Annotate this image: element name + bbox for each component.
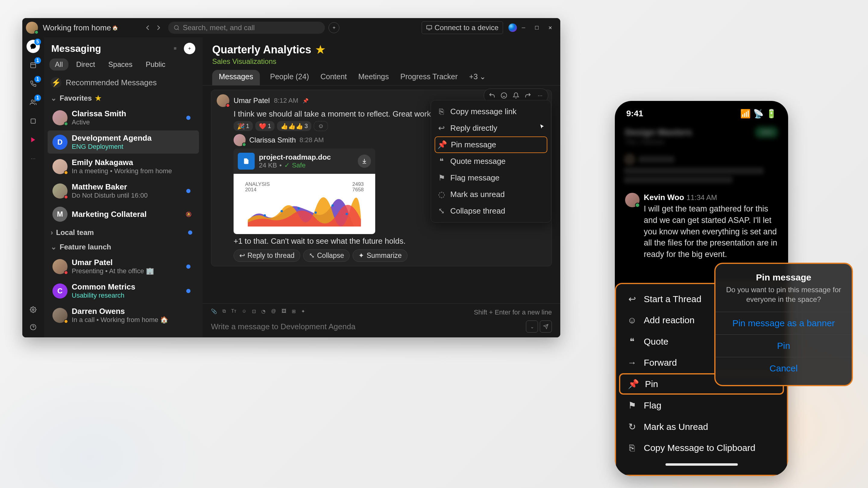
expand-button[interactable]: ⌄ [526,321,538,332]
flag-icon: ⚑ [438,173,445,183]
msg-author[interactable]: Umar Patel [234,96,270,105]
reply-icon[interactable] [487,90,497,101]
mention-icon[interactable]: @ [271,308,276,316]
connect-device-button[interactable]: Connect to a device [422,22,503,34]
emoji-icon[interactable]: ☺ [242,308,247,316]
add-reaction[interactable]: ☺ [314,121,328,131]
mobile-message[interactable]: Kevin Woo11:34 AM I will get the team ga… [615,189,788,264]
quote-icon: ❝ [627,336,637,347]
browser-icon[interactable] [508,24,517,32]
ctx-pin[interactable]: 📌Pin message [435,136,547,153]
tab-people[interactable]: People (24) [269,70,310,85]
react-icon[interactable] [498,90,509,101]
attach-icon[interactable]: 📎 [211,308,217,316]
m-act-copy[interactable]: ⎘Copy Message to Clipboard [616,437,787,458]
m-act-unread[interactable]: ↻Mark as Unread [616,416,787,437]
tab-content[interactable]: Content [319,70,348,85]
filter-all[interactable]: All [50,59,68,70]
rail-more[interactable]: ⋯ [27,152,40,165]
panel-banner-button[interactable]: Pin message as a banner [723,312,844,334]
space-title: Quarterly Analytics★ [212,43,551,56]
format-icon[interactable]: Tт [231,308,236,316]
filter-spaces[interactable]: Spaces [103,59,138,70]
rail-calendar[interactable]: 1 [27,59,40,72]
reaction[interactable]: 🎉 1 [234,121,253,131]
apps-icon[interactable]: ⊞ [292,308,296,316]
capture-icon[interactable]: ⧉ [222,308,226,316]
nav-forward-button[interactable] [153,22,164,33]
ctx-reply[interactable]: ↩Reply directly [431,120,551,136]
recommended-row[interactable]: ⚡ Recommended Messages [44,74,203,91]
rail-clips[interactable] [27,115,40,128]
composer-hint: Shift + Enter for a new line [474,308,552,316]
feature-section[interactable]: ⌄Feature launch [44,240,203,254]
star-icon[interactable]: ★ [315,43,325,56]
rail-settings[interactable] [27,303,40,316]
panel-pin-button[interactable]: Pin [723,335,844,357]
gif-icon[interactable]: ⊡ [252,308,256,316]
ctx-quote[interactable]: ❝Quote message [431,153,551,170]
cast-icon [426,24,432,31]
nav-back-button[interactable] [142,22,153,33]
composer-input[interactable]: Write a message to Development Agenda [211,322,355,331]
tab-messages[interactable]: Messages [212,70,260,85]
rail-teams[interactable]: 1 [27,96,40,109]
contact-dev-agenda[interactable]: D Development AgendaENG Deployment [48,130,199,154]
m-act-flag[interactable]: ⚑Flag [616,395,787,416]
svg-point-11 [315,211,317,214]
ctx-flag[interactable]: ⚑Flag message [431,170,551,186]
panel-cancel-button[interactable]: Cancel [723,357,844,380]
self-status[interactable]: Working from home [43,23,111,33]
bolt-icon: ⚡ [51,77,61,88]
contact-emily[interactable]: Emily NakagawaIn a meeting • Working fro… [48,155,199,178]
contact-matthew[interactable]: Matthew BakerDo Not Disturb until 16:00 [48,179,199,202]
ctx-unread[interactable]: ◌Mark as unread [431,186,551,203]
ctx-copy-link[interactable]: ⎘Copy message link [431,103,551,120]
filter-button[interactable]: ≡ [169,43,181,54]
new-message-button[interactable]: + [184,43,195,54]
rail-calls[interactable]: 1 [27,77,40,90]
search-placeholder: Search, meet, and call [183,24,255,32]
contact-darren[interactable]: Darren OwensIn a call • Working from hom… [48,304,199,327]
tab-progress[interactable]: Progress Tracker [399,70,459,85]
file-attachment[interactable]: project-roadmap.doc 24 KB•✓ Safe ANALYSI… [234,149,375,234]
svg-point-5 [32,309,34,311]
tab-meetings[interactable]: Meetings [357,70,390,85]
contact-common[interactable]: C Common MetricsUsability research [48,279,199,302]
contact-clarissa[interactable]: Clarissa SmithActive [48,106,199,129]
self-avatar[interactable] [26,22,38,34]
local-section[interactable]: ›Local team [44,225,203,240]
maximize-button[interactable]: ☐ [530,21,544,34]
tab-more[interactable]: +3⌄ [468,70,487,85]
filter-direct[interactable]: Direct [71,59,101,70]
messages-area: ⋯ ⎘Copy message link ↩Reply directly 📌Pi… [203,86,560,303]
ctx-collapse[interactable]: ⤡Collapse thread [431,203,551,219]
minimize-button[interactable]: ─ [517,21,530,34]
download-button[interactable] [358,155,371,168]
contact-marketing[interactable]: M Marketing Collateral 🔕 [48,204,199,225]
reaction[interactable]: ❤️ 1 [255,121,275,131]
contact-umar[interactable]: Umar PatelPresenting • At the office 🏢 [48,255,199,278]
filter-public[interactable]: Public [140,59,170,70]
reply-thread-button[interactable]: ↩ Reply to thread [234,250,300,262]
summarize-button[interactable]: ✦ Summarize [352,250,407,262]
remind-icon[interactable] [510,90,521,101]
rail-vidcast[interactable] [27,133,40,147]
copy-icon: ⎘ [627,443,637,453]
favorites-section[interactable]: ⌄Favorites★ [44,91,203,105]
more-icon[interactable]: ⋯ [535,90,546,101]
rail-help[interactable] [27,321,40,334]
ai-icon[interactable]: ✦ [301,308,305,316]
collapse-button[interactable]: ⤡ Collapse [303,250,350,262]
forward-icon[interactable] [523,90,533,101]
rail-messaging[interactable]: 5 [27,40,40,53]
add-button[interactable]: + [329,22,339,33]
search-input[interactable]: Search, meet, and call [168,22,325,34]
close-button[interactable]: ✕ [544,21,557,34]
image-icon[interactable]: 🖼 [281,308,286,316]
bitmoji-icon[interactable]: ◔ [261,308,266,316]
send-button[interactable] [540,321,552,332]
svg-point-12 [332,204,334,207]
reaction[interactable]: 👍👍👍 3 [277,121,311,131]
home-indicator[interactable] [665,463,738,466]
